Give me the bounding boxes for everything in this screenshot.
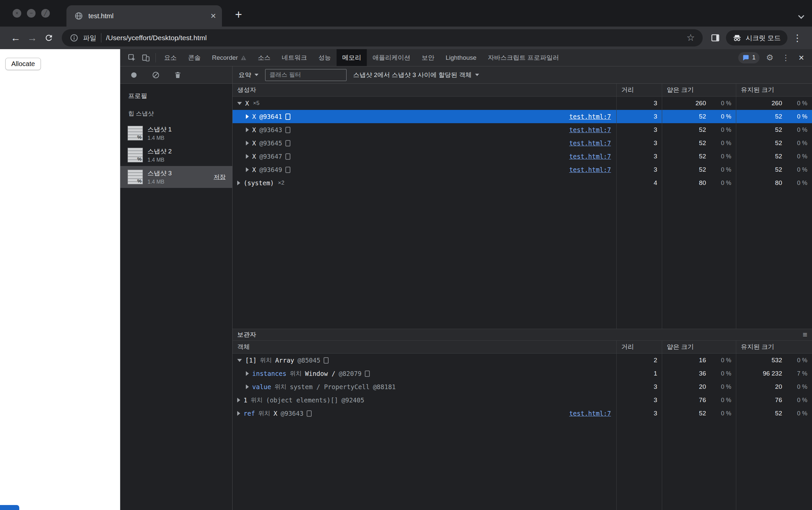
devtools-tab[interactable]: 애플리케이션 [367, 49, 416, 66]
distance-cell: 3 [616, 380, 662, 393]
globe-favicon-icon [75, 11, 83, 20]
issues-counter[interactable]: 1 [738, 52, 759, 63]
snapshot-item[interactable]: 스냅샷 3 1.4 MB 저장 [120, 166, 232, 188]
expander-icon[interactable] [246, 154, 249, 159]
delete-profile-icon[interactable] [171, 68, 185, 82]
info-icon[interactable] [70, 33, 79, 42]
devtools-tab[interactable]: 요소 [158, 49, 182, 66]
property-name: ref [243, 410, 255, 417]
incognito-icon [733, 33, 742, 42]
constructor-name: X [245, 100, 249, 107]
column-header-retained-size[interactable]: 유지된 크기 [736, 84, 812, 96]
expander-icon[interactable] [246, 385, 249, 389]
constructor-row[interactable]: X @93647 test.html:7 3 520 % 520 % [233, 150, 812, 163]
device-toolbar-icon[interactable] [139, 51, 153, 65]
source-link[interactable]: test.html:7 [565, 126, 616, 133]
clear-icon[interactable] [149, 68, 163, 82]
column-header-distance[interactable]: 거리 [616, 84, 662, 96]
column-header-shallow-size[interactable]: 얕은 크기 [662, 84, 736, 96]
column-header-constructor[interactable]: 생성자 [233, 84, 616, 96]
table-filler [233, 189, 812, 329]
object-icon [285, 167, 290, 173]
expander-icon[interactable] [237, 181, 240, 185]
devtools-tab[interactable]: 소스 [252, 49, 276, 66]
retainer-row[interactable]: 1 위치 (object elements)[] @92405 3 760 % … [233, 393, 812, 407]
in-label: 위치 [260, 356, 272, 364]
class-filter-input[interactable] [265, 69, 347, 81]
forward-button[interactable]: → [24, 33, 40, 43]
browser-menu-button[interactable]: ⋮ [790, 33, 805, 43]
devtools-tab[interactable]: 보안 [416, 49, 440, 66]
devtools-tab-label: 소스 [258, 54, 270, 62]
devtools-tab[interactable]: 콘솔 [182, 49, 206, 66]
source-link[interactable]: test.html:7 [565, 140, 616, 147]
devtools-menu-icon[interactable]: ⋮ [780, 53, 791, 62]
incognito-badge[interactable]: 시크릿 모드 [726, 30, 787, 46]
issues-count: 1 [752, 54, 756, 61]
retainer-row[interactable]: instances 위치 Window / @82079 1 360 % 96 … [233, 367, 812, 380]
constructor-row[interactable]: X @93643 test.html:7 3 520 % 520 % [233, 123, 812, 137]
url-text[interactable]: /Users/yceffort/Desktop/test.html [106, 34, 682, 42]
devtools-tabbar-actions: 1 ⚙ ⋮ × [738, 52, 812, 63]
devtools-tab[interactable]: 메모리 [337, 49, 367, 66]
constructor-row[interactable]: X @93641 test.html:7 3 520 % 520 % [233, 110, 812, 123]
devtools-tab[interactable]: Recorder [206, 49, 252, 66]
snapshot-save-link[interactable]: 저장 [214, 173, 229, 181]
side-panel-button[interactable] [707, 30, 723, 46]
tab-close-button[interactable]: × [211, 11, 216, 21]
expander-icon[interactable] [237, 411, 240, 416]
column-header-object[interactable]: 객체 [233, 341, 616, 353]
devtools-close-button[interactable]: × [795, 53, 808, 62]
expander-icon[interactable] [246, 371, 249, 376]
constructor-row[interactable]: X @93645 test.html:7 3 520 % 520 % [233, 137, 812, 150]
column-header-distance[interactable]: 거리 [616, 341, 662, 353]
settings-gear-icon[interactable]: ⚙ [763, 53, 777, 62]
expander-icon[interactable] [237, 398, 240, 402]
record-button[interactable] [127, 68, 141, 82]
constructor-row[interactable]: (system) ×2 4 800 % 800 % [233, 176, 812, 189]
column-header-retained-size[interactable]: 유지된 크기 [736, 341, 812, 353]
tab-search-button[interactable] [799, 13, 803, 18]
distance-cell: 3 [616, 150, 662, 163]
retainer-row[interactable]: [1] 위치 Array @85045 2 160 % 5320 % [233, 354, 812, 367]
source-link[interactable]: test.html:7 [565, 113, 616, 120]
expander-icon[interactable] [246, 141, 249, 145]
expander-icon[interactable] [246, 114, 249, 119]
allocate-button[interactable]: Allocate [5, 58, 41, 70]
snapshot-item[interactable]: 스냅샷 2 1.4 MB [120, 144, 232, 166]
inspect-icon[interactable] [125, 51, 139, 65]
expander-icon[interactable] [246, 127, 249, 132]
expander-icon[interactable] [237, 359, 242, 362]
bookmark-star-icon[interactable]: ☆ [687, 33, 695, 42]
retainers-titlebar: 보관자 ≡ [233, 329, 812, 341]
column-header-shallow-size[interactable]: 얕은 크기 [662, 341, 736, 353]
constructor-row[interactable]: X @93649 test.html:7 3 520 % 520 % [233, 163, 812, 176]
minimize-window-button[interactable]: − [27, 9, 35, 18]
chevron-down-icon [798, 12, 804, 19]
back-button[interactable]: ← [7, 33, 24, 43]
new-tab-button[interactable]: + [231, 7, 246, 23]
snapshot-range-select[interactable]: 스냅샷 2에서 스냅샷 3 사이에 할당된 객체 [353, 71, 479, 79]
browser-tab[interactable]: test.html × [66, 5, 222, 27]
expander-icon[interactable] [237, 102, 242, 105]
source-link[interactable]: test.html:7 [565, 410, 616, 417]
reload-button[interactable] [40, 33, 57, 42]
perspective-select[interactable]: 요약 [238, 71, 259, 79]
address-bar[interactable]: 파일 /Users/yceffort/Desktop/test.html ☆ [62, 29, 703, 47]
retainer-row[interactable]: ref 위치 X @93643 test.html:7 3 520 % 520 … [233, 407, 812, 420]
snapshot-item[interactable]: 스냅샷 1 1.4 MB [120, 122, 232, 144]
constructor-row[interactable]: X ×5 3 2600 % 2600 % [233, 97, 812, 110]
source-link[interactable]: test.html:7 [565, 153, 616, 160]
devtools-tab[interactable]: Lighthouse [440, 49, 482, 66]
devtools-tab[interactable]: 자바스크립트 프로파일러 [482, 49, 564, 66]
devtools-tab-label: 요소 [164, 54, 177, 62]
expander-icon[interactable] [246, 167, 249, 172]
menu-icon[interactable]: ≡ [803, 331, 807, 339]
source-link[interactable]: test.html:7 [565, 166, 616, 173]
zoom-window-button[interactable]: ╱ [41, 9, 50, 18]
devtools-tab[interactable]: 네트워크 [276, 49, 313, 66]
object-id: @93641 [259, 113, 282, 120]
close-window-button[interactable]: × [12, 9, 21, 18]
retainer-row[interactable]: value 위치 system / PropertyCell @88181 3 … [233, 380, 812, 393]
devtools-tab[interactable]: 성능 [313, 49, 337, 66]
